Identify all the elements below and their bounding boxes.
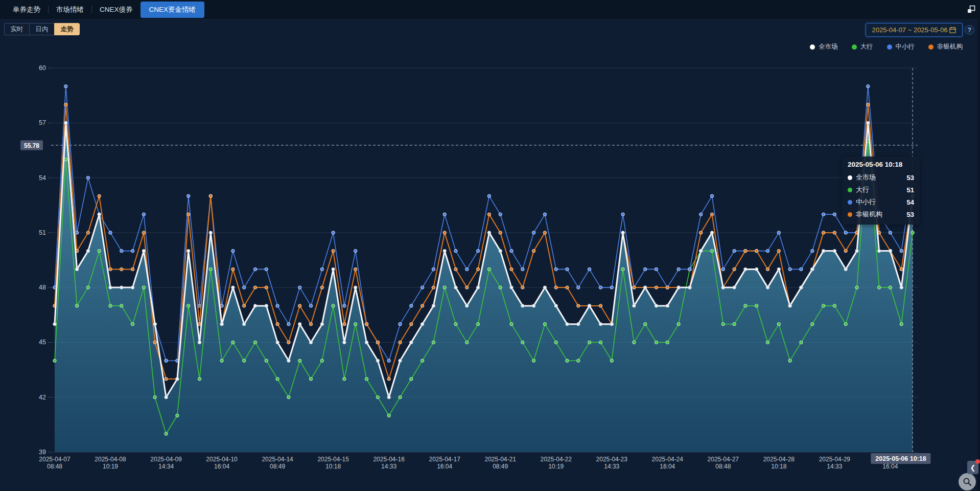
- data-point-small-mid-banks[interactable]: [465, 267, 469, 271]
- data-point-all-market[interactable]: [666, 304, 669, 307]
- data-point-non-bank[interactable]: [120, 267, 123, 271]
- data-point-small-mid-banks[interactable]: [577, 286, 580, 289]
- data-point-big-banks[interactable]: [176, 414, 179, 417]
- data-point-all-market[interactable]: [766, 286, 769, 289]
- data-point-non-bank[interactable]: [710, 213, 713, 216]
- data-point-all-market[interactable]: [365, 341, 368, 344]
- data-point-big-banks[interactable]: [811, 323, 814, 326]
- data-point-big-banks[interactable]: [64, 158, 67, 161]
- data-point-non-bank[interactable]: [298, 304, 301, 307]
- data-point-small-mid-banks[interactable]: [889, 231, 892, 234]
- data-point-non-bank[interactable]: [320, 286, 323, 289]
- data-point-non-bank[interactable]: [465, 286, 469, 289]
- data-point-all-market[interactable]: [487, 231, 491, 234]
- data-point-small-mid-banks[interactable]: [231, 249, 235, 252]
- data-point-non-bank[interactable]: [309, 323, 312, 326]
- data-point-non-bank[interactable]: [510, 267, 513, 271]
- data-point-non-bank[interactable]: [253, 286, 256, 289]
- data-point-all-market[interactable]: [443, 249, 446, 252]
- data-point-small-mid-banks[interactable]: [165, 359, 168, 362]
- data-point-big-banks[interactable]: [766, 341, 769, 344]
- data-point-big-banks[interactable]: [510, 323, 513, 326]
- data-point-all-market[interactable]: [521, 304, 524, 307]
- data-point-all-market[interactable]: [265, 304, 268, 307]
- data-point-non-bank[interactable]: [332, 249, 335, 252]
- data-point-small-mid-banks[interactable]: [833, 213, 836, 216]
- data-point-big-banks[interactable]: [855, 286, 858, 289]
- data-point-small-mid-banks[interactable]: [554, 267, 557, 271]
- data-point-small-mid-banks[interactable]: [499, 213, 502, 216]
- data-point-non-bank[interactable]: [343, 323, 346, 326]
- data-point-big-banks[interactable]: [165, 432, 168, 435]
- data-point-small-mid-banks[interactable]: [733, 249, 736, 252]
- data-point-small-mid-banks[interactable]: [432, 267, 435, 271]
- data-point-small-mid-banks[interactable]: [800, 267, 803, 271]
- data-point-small-mid-banks[interactable]: [688, 267, 691, 271]
- data-point-big-banks[interactable]: [800, 341, 803, 344]
- data-point-all-market[interactable]: [677, 286, 680, 289]
- data-point-all-market[interactable]: [644, 286, 647, 289]
- data-point-all-market[interactable]: [510, 286, 513, 289]
- data-point-all-market[interactable]: [566, 323, 569, 326]
- data-point-all-market[interactable]: [610, 323, 613, 326]
- data-point-all-market[interactable]: [276, 341, 279, 344]
- data-point-big-banks[interactable]: [399, 396, 402, 399]
- data-point-all-market[interactable]: [844, 267, 847, 271]
- data-point-all-market[interactable]: [253, 304, 256, 307]
- data-point-non-bank[interactable]: [287, 341, 290, 344]
- data-point-big-banks[interactable]: [532, 359, 535, 362]
- data-point-big-banks[interactable]: [243, 359, 246, 362]
- data-point-big-banks[interactable]: [320, 359, 323, 362]
- data-point-all-market[interactable]: [744, 267, 747, 271]
- data-point-all-market[interactable]: [165, 396, 168, 399]
- data-point-non-bank[interactable]: [243, 304, 246, 307]
- data-point-big-banks[interactable]: [287, 396, 290, 399]
- data-point-non-bank[interactable]: [376, 341, 379, 344]
- data-point-big-banks[interactable]: [833, 304, 836, 307]
- data-point-all-market[interactable]: [476, 286, 479, 289]
- data-point-big-banks[interactable]: [677, 323, 680, 326]
- data-point-small-mid-banks[interactable]: [644, 267, 647, 271]
- data-point-all-market[interactable]: [900, 286, 903, 289]
- data-point-small-mid-banks[interactable]: [343, 304, 346, 307]
- data-point-small-mid-banks[interactable]: [120, 249, 123, 252]
- data-point-non-bank[interactable]: [231, 267, 235, 271]
- data-point-big-banks[interactable]: [298, 359, 301, 362]
- data-point-all-market[interactable]: [198, 341, 201, 344]
- data-point-big-banks[interactable]: [610, 359, 613, 362]
- data-point-all-market[interactable]: [877, 249, 880, 252]
- data-point-all-market[interactable]: [131, 286, 134, 289]
- data-point-non-bank[interactable]: [699, 231, 703, 234]
- data-point-non-bank[interactable]: [532, 249, 535, 252]
- data-point-non-bank[interactable]: [98, 194, 101, 197]
- data-point-big-banks[interactable]: [454, 323, 457, 326]
- data-point-all-market[interactable]: [320, 323, 323, 326]
- data-point-small-mid-banks[interactable]: [543, 213, 546, 216]
- data-point-small-mid-banks[interactable]: [421, 286, 424, 289]
- data-point-big-banks[interactable]: [120, 304, 123, 307]
- data-point-big-banks[interactable]: [666, 341, 669, 344]
- data-point-small-mid-banks[interactable]: [677, 267, 680, 271]
- data-point-small-mid-banks[interactable]: [822, 213, 825, 216]
- data-point-big-banks[interactable]: [655, 341, 658, 344]
- data-point-big-banks[interactable]: [476, 323, 479, 326]
- data-point-big-banks[interactable]: [822, 304, 825, 307]
- data-point-small-mid-banks[interactable]: [354, 249, 357, 252]
- data-point-small-mid-banks[interactable]: [844, 231, 847, 234]
- data-point-small-mid-banks[interactable]: [710, 194, 713, 197]
- data-point-big-banks[interactable]: [209, 267, 212, 271]
- data-point-small-mid-banks[interactable]: [510, 249, 513, 252]
- data-point-non-bank[interactable]: [421, 304, 424, 307]
- data-point-non-bank[interactable]: [822, 231, 825, 234]
- data-point-small-mid-banks[interactable]: [243, 286, 246, 289]
- data-point-all-market[interactable]: [410, 341, 413, 344]
- data-point-big-banks[interactable]: [554, 341, 557, 344]
- data-point-non-bank[interactable]: [543, 231, 546, 234]
- data-point-small-mid-banks[interactable]: [265, 267, 268, 271]
- data-point-big-banks[interactable]: [543, 323, 546, 326]
- data-point-all-market[interactable]: [699, 249, 703, 252]
- data-point-small-mid-banks[interactable]: [788, 267, 791, 271]
- data-point-non-bank[interactable]: [766, 267, 769, 271]
- data-point-big-banks[interactable]: [644, 323, 647, 326]
- data-point-all-market[interactable]: [867, 121, 870, 124]
